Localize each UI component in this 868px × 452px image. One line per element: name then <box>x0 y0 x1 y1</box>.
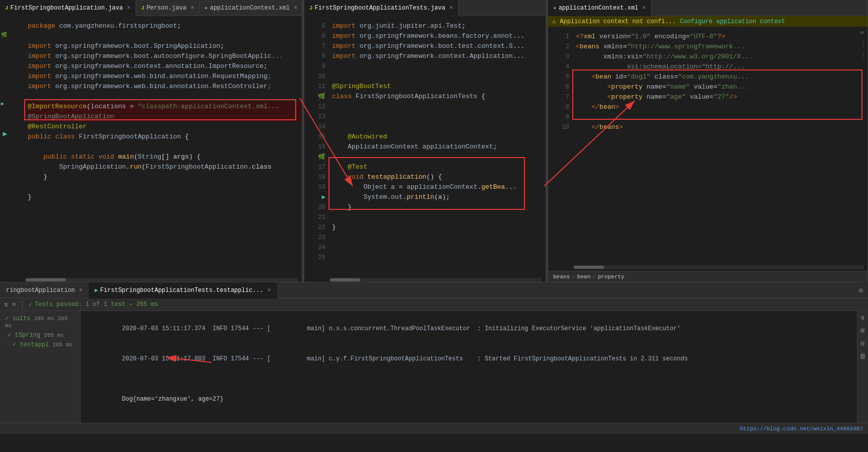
code-line: } <box>28 192 302 202</box>
vertical-dots-icon[interactable]: ··· <box>860 40 866 47</box>
code-line-bean: <bean id="dog1" class="com.yangzhenxu... <box>576 72 867 82</box>
panel1-scrollbar[interactable] <box>25 278 298 282</box>
code-line: } <box>332 202 546 212</box>
bottom-icon-3[interactable]: ⊟ <box>861 340 865 348</box>
panel2-scrollbar[interactable] <box>329 278 542 282</box>
tab-tests[interactable]: J FirstSpringbootApplicationTests.java × <box>304 0 458 16</box>
code-line: xsi:schemaLocation="http://... <box>576 62 867 72</box>
code-line: import org.springframework.context.Appli… <box>332 51 546 61</box>
code-line <box>28 92 302 102</box>
xml-icon-2: ✦ <box>553 5 557 11</box>
breadcrumb: beans › bean › property <box>548 271 867 282</box>
test-item-spring[interactable]: ✓ tSpring 265 ms <box>3 330 78 340</box>
check-icon-testappl: ✓ <box>13 341 16 348</box>
close-icon-3[interactable]: × <box>294 5 297 12</box>
bottom-icon-1[interactable]: ⇅ <box>861 314 865 322</box>
run-icon-1[interactable]: ▶ <box>0 129 10 138</box>
code-line <box>28 142 302 152</box>
tab-firstspringbootapplication[interactable]: J FirstSpringbootApplication.java × <box>0 0 136 16</box>
panel2-line-numbers: 5 6 7 8 9 10 11 🌿 12 13 14 15 16 🌿 <box>314 19 329 279</box>
panel3-scroll-thumb[interactable] <box>574 266 604 269</box>
code-line: @SpringBootApplication <box>28 112 302 122</box>
panel2-scroll-thumb[interactable] <box>330 278 360 281</box>
code-line: import org.springframework.beans.factory… <box>332 31 546 41</box>
panel2-code-content: import org.junit.jupiter.api.Test; impor… <box>329 19 546 279</box>
log-text-dog: Dog{name='zhangxue', age=27} <box>122 396 224 403</box>
check-icon-results: ✓ <box>5 315 9 322</box>
code-line <box>332 122 546 132</box>
check-icon-spring: ✓ <box>8 332 11 339</box>
java-icon-3: J <box>309 5 313 11</box>
status-url[interactable]: https://blog.csdn.net/weixin_44893467 <box>740 426 863 432</box>
java-icon-2: J <box>141 5 145 11</box>
code-line: import org.springframework.web.bind.anno… <box>28 82 302 92</box>
gutter-icon-autowired: 🌿 <box>1 32 7 38</box>
vertical-dots-icon-2[interactable]: ··· <box>860 51 866 58</box>
code-line: <beans xmlns="http://www.springframework… <box>576 42 867 52</box>
editor-panel-1: J FirstSpringbootApplication.java × J Pe… <box>0 0 302 282</box>
panel2-tab-bar: J FirstSpringbootApplicationTests.java × <box>304 0 546 16</box>
panel3-tab-bar: ✦ applicationContext.xml × <box>548 0 867 16</box>
log-line-2: 2020-07-03 15:11:17.803 INFO 17544 --- [… <box>86 344 852 374</box>
close-icon-xml[interactable]: × <box>642 5 646 12</box>
sort-icon[interactable]: ⇅ <box>4 300 8 309</box>
configure-link[interactable]: Configure application context <box>680 18 785 25</box>
tab-person[interactable]: J Person.java × <box>136 0 199 16</box>
test-item-results[interactable]: ✓ sults 265 ms 265 ms <box>3 314 78 330</box>
bottom-tab-tests[interactable]: ▶ FirstSpringbootApplicationTests.testap… <box>89 282 277 298</box>
code-line <box>28 31 302 41</box>
status-bar: https://blog.csdn.net/weixin_44893467 <box>0 423 868 434</box>
test-time-spring: 265 ms <box>44 332 64 338</box>
breadcrumb-property: property <box>598 274 625 280</box>
code-line: ApplicationContext applicationContext; <box>332 142 546 152</box>
code-line: } <box>28 172 302 182</box>
panel2-left-gutter <box>304 19 314 279</box>
warning-text: Application context not confi... <box>560 18 676 25</box>
code-line: import org.springframework.context.annot… <box>28 61 302 71</box>
tab-applicationcontext-xml-1[interactable]: ✦ applicationContext.xml × <box>199 0 302 16</box>
close-icon-2[interactable]: × <box>190 5 194 12</box>
xml-icon-1: ✦ <box>205 5 208 11</box>
test-item-testappl[interactable]: ✓ testappl 265 ms <box>3 340 78 349</box>
tests-passed-indicator: ✓ Tests passed: 1 of 1 test – 265 ms <box>29 301 158 309</box>
log-text-1: 2020-07-03 15:11:17.374 INFO 17544 --- [… <box>122 325 681 332</box>
java-icon-1: J <box>5 5 9 11</box>
panel1-code-area[interactable]: ▶ package com.yangzhenxu.firstspringboot… <box>0 16 302 282</box>
tab-label-bottom-2: FirstSpringbootApplicationTests.testappl… <box>100 287 263 294</box>
expand-icon[interactable]: ≡ <box>12 301 16 309</box>
breadcrumb-beans: beans <box>553 274 570 280</box>
panel1-scroll-thumb[interactable] <box>26 278 66 281</box>
close-icon-bottom-1[interactable]: × <box>79 287 83 294</box>
warning-bar: ⚠ Application context not confi... Confi… <box>548 16 867 27</box>
panel3-line-numbers: 1 2 3 4 5 6 7 8 9 10 <box>558 29 573 279</box>
close-icon-bottom-2[interactable]: × <box>268 287 271 294</box>
code-line <box>332 71 546 82</box>
log-text-2: 2020-07-03 15:11:17.803 INFO 17544 --- [… <box>122 355 688 362</box>
bottom-icon-2[interactable]: ⊞ <box>861 327 865 335</box>
bottom-icon-4[interactable]: 🗑 <box>859 353 866 360</box>
bottom-tab-ringbootapplication[interactable]: ringbootApplication × <box>0 282 89 298</box>
test-time-testappl: 265 ms <box>52 342 73 348</box>
settings-icon[interactable]: ⚙ <box>860 29 866 36</box>
panel3-code-area[interactable]: 1 2 3 4 5 6 7 8 9 10 <?xml version="1.0"… <box>548 27 867 282</box>
tab-applicationcontext-xml-2[interactable]: ✦ applicationContext.xml × <box>548 0 651 16</box>
code-line: package com.yangzhenxu.firstspringboot; <box>28 21 302 31</box>
tab-label-tests: FirstSpringbootApplicationTests.java <box>315 5 445 12</box>
panel2-code-area[interactable]: 5 6 7 8 9 10 11 🌿 12 13 14 15 16 🌿 <box>304 16 546 282</box>
toolbar-divider <box>22 300 23 309</box>
run-icon-bottom: ▶ <box>95 287 98 293</box>
test-sidebar: ✓ sults 265 ms 265 ms ✓ tSpring 265 ms ✓… <box>0 311 81 423</box>
panel1-line-numbers <box>10 19 25 279</box>
close-icon-tests[interactable]: × <box>449 5 453 12</box>
gutter-icon-run[interactable]: ▶ <box>1 101 7 107</box>
settings-button-bottom[interactable]: ⚙ <box>854 286 868 294</box>
panel3-scrollbar[interactable] <box>573 265 863 269</box>
code-line: } <box>332 222 546 233</box>
code-line-beans-close: </beans> <box>576 122 867 132</box>
panel3-left-gutter <box>548 29 558 279</box>
code-line: xmlns:xsi="http://www.w3.org/2001/X... <box>576 52 867 62</box>
code-line-bean-close: </bean> <box>576 102 867 112</box>
code-line <box>332 112 546 122</box>
log-line-3 <box>86 374 852 384</box>
close-icon-1[interactable]: × <box>127 5 130 12</box>
